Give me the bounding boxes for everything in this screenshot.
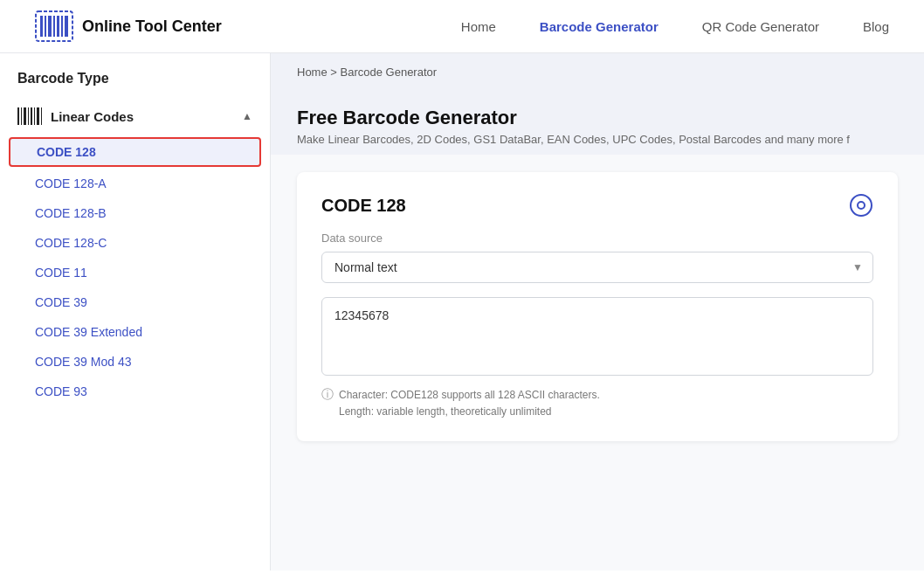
- sidebar-item-code128a[interactable]: CODE 128-A: [0, 169, 270, 198]
- sidebar-item-code128[interactable]: CODE 128: [9, 137, 261, 167]
- main-content: Home > Barcode Generator Free Barcode Ge…: [271, 53, 924, 571]
- svg-point-16: [851, 195, 872, 216]
- sidebar-items: CODE 128 CODE 128-A CODE 128-B CODE 128-…: [0, 132, 270, 410]
- generator-card: CODE 128 Data source Normal text Hexadec…: [297, 172, 898, 441]
- breadcrumb: Home > Barcode Generator: [271, 53, 924, 91]
- svg-rect-13: [34, 107, 35, 125]
- svg-rect-6: [61, 16, 63, 37]
- svg-rect-14: [37, 107, 39, 125]
- svg-rect-2: [45, 16, 46, 37]
- layout: Barcode Type Linear Codes ▲ CODE 128 COD…: [0, 53, 924, 571]
- sidebar-item-code128c[interactable]: CODE 128-C: [0, 228, 270, 258]
- nav-barcode[interactable]: Barcode Generator: [540, 19, 659, 34]
- svg-rect-9: [21, 107, 22, 125]
- info-line2: Length: variable length, theoretically u…: [339, 404, 600, 420]
- sidebar-item-code39[interactable]: CODE 39: [0, 287, 270, 317]
- page-title: Free Barcode Generator: [297, 107, 898, 129]
- svg-rect-8: [17, 107, 19, 125]
- svg-rect-12: [31, 107, 32, 125]
- svg-point-17: [858, 202, 865, 209]
- data-source-wrapper: Normal text Hexadecimal ▼: [321, 252, 873, 283]
- barcode-data-input[interactable]: 12345678: [321, 297, 873, 376]
- section-chevron: ▲: [242, 110, 252, 122]
- sidebar-item-code93[interactable]: CODE 93: [0, 377, 270, 406]
- svg-rect-4: [53, 16, 55, 37]
- nav-qr[interactable]: QR Code Generator: [702, 19, 819, 34]
- info-line1: Character: CODE128 supports all 128 ASCI…: [339, 387, 600, 404]
- linear-codes-label: Linear Codes: [51, 109, 134, 124]
- sidebar-title: Barcode Type: [0, 71, 270, 100]
- data-source-label: Data source: [321, 232, 873, 245]
- sidebar-item-code39mod43[interactable]: CODE 39 Mod 43: [0, 347, 270, 377]
- logo-text: Online Tool Center: [82, 17, 222, 36]
- main-nav: Home Barcode Generator QR Code Generator…: [461, 19, 889, 34]
- svg-rect-10: [24, 107, 26, 125]
- nav-home[interactable]: Home: [461, 19, 496, 34]
- page-intro: Free Barcode Generator Make Linear Barco…: [271, 91, 924, 155]
- info-text: ⓘ Character: CODE128 supports all 128 AS…: [321, 387, 873, 420]
- settings-icon[interactable]: [849, 193, 873, 218]
- logo-area: Online Tool Center: [35, 10, 222, 42]
- sidebar: Barcode Type Linear Codes ▲ CODE 128 COD…: [0, 53, 271, 571]
- sidebar-item-code11[interactable]: CODE 11: [0, 258, 270, 287]
- logo-icon: [35, 10, 73, 42]
- svg-rect-15: [41, 107, 42, 125]
- data-source-select[interactable]: Normal text Hexadecimal: [321, 252, 873, 283]
- info-lines: Character: CODE128 supports all 128 ASCI…: [339, 387, 600, 420]
- card-title: CODE 128: [321, 196, 406, 216]
- header: Online Tool Center Home Barcode Generato…: [0, 0, 924, 53]
- info-icon: ⓘ: [321, 387, 334, 420]
- svg-rect-1: [40, 16, 43, 37]
- sidebar-item-code128b[interactable]: CODE 128-B: [0, 198, 270, 228]
- card-header: CODE 128: [321, 193, 873, 218]
- svg-rect-7: [65, 16, 68, 37]
- breadcrumb-home[interactable]: Home: [297, 66, 328, 79]
- barcode-section-icon: [17, 107, 42, 125]
- nav-blog[interactable]: Blog: [863, 19, 889, 34]
- page-subtitle: Make Linear Barcodes, 2D Codes, GS1 Data…: [297, 133, 898, 146]
- sidebar-item-code39ext[interactable]: CODE 39 Extended: [0, 317, 270, 347]
- svg-rect-5: [57, 16, 59, 37]
- svg-rect-3: [48, 16, 52, 37]
- svg-rect-11: [28, 107, 29, 125]
- sidebar-section-linear[interactable]: Linear Codes ▲: [0, 100, 270, 132]
- breadcrumb-current: Barcode Generator: [341, 66, 438, 79]
- breadcrumb-separator: >: [330, 66, 337, 79]
